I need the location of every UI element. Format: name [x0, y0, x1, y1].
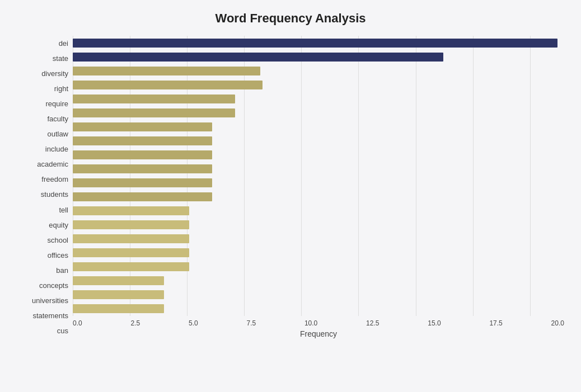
- bar: [73, 122, 212, 131]
- y-label: require: [46, 98, 68, 110]
- bar-row: [73, 303, 564, 315]
- x-tick: 5.0: [189, 319, 198, 327]
- bar: [73, 164, 212, 173]
- bar-row: [73, 247, 564, 259]
- bar: [73, 220, 189, 229]
- bar-row: [73, 107, 564, 119]
- bar: [73, 67, 260, 75]
- y-label: offices: [48, 249, 68, 261]
- bar: [73, 192, 212, 201]
- y-label: state: [53, 53, 68, 65]
- bottom-section: 0.02.55.07.510.012.515.017.520.0 Frequen…: [73, 316, 564, 338]
- y-label: academic: [37, 158, 68, 171]
- chart-area: deistatediversityrightrequirefacultyoutl…: [17, 36, 564, 338]
- y-label: ban: [56, 264, 68, 276]
- y-label: cus: [57, 324, 68, 337]
- bar-row: [73, 205, 564, 217]
- bar-row: [73, 163, 564, 175]
- y-label: dei: [59, 37, 68, 50]
- bars-list: [73, 36, 564, 316]
- y-label: include: [45, 143, 68, 155]
- y-label: diversity: [41, 68, 68, 80]
- chart-title: Word Frequency Analysis: [17, 11, 564, 26]
- y-label: right: [54, 83, 68, 95]
- bar-row: [73, 191, 564, 203]
- y-label: students: [41, 188, 68, 201]
- x-tick: 10.0: [304, 319, 317, 327]
- bar: [73, 95, 235, 103]
- bar: [73, 108, 235, 117]
- bar: [73, 53, 443, 62]
- bar: [73, 248, 189, 257]
- x-tick: 20.0: [551, 319, 564, 327]
- bar: [73, 136, 212, 145]
- y-label: faculty: [47, 113, 68, 125]
- y-label: equity: [49, 219, 68, 231]
- x-tick: 12.5: [366, 319, 379, 327]
- y-label: school: [47, 234, 68, 246]
- chart-container: Word Frequency Analysis deistatediversit…: [0, 0, 581, 392]
- bar: [73, 276, 164, 285]
- bar: [73, 290, 164, 299]
- bar-row: [73, 135, 564, 147]
- bar: [73, 262, 189, 271]
- bar: [73, 81, 263, 89]
- y-axis: deistatediversityrightrequirefacultyoutl…: [17, 36, 73, 338]
- x-tick: 7.5: [246, 319, 256, 327]
- bar-row: [73, 121, 564, 133]
- x-axis: 0.02.55.07.510.012.515.017.520.0: [73, 319, 564, 327]
- bar-row: [73, 275, 564, 287]
- bar-row: [73, 261, 564, 273]
- y-label: tell: [59, 204, 68, 216]
- y-label: statements: [32, 309, 68, 322]
- x-tick: 15.0: [428, 319, 441, 327]
- x-tick: 0.0: [73, 319, 82, 327]
- y-label: universities: [32, 294, 68, 306]
- bar-row: [73, 233, 564, 245]
- y-label: outlaw: [47, 128, 68, 140]
- bar-row: [73, 149, 564, 161]
- bars-and-grid: 0.02.55.07.510.012.515.017.520.0 Frequen…: [73, 36, 564, 338]
- bar-row: [73, 37, 564, 49]
- bar-row: [73, 177, 564, 189]
- bar: [73, 39, 557, 48]
- x-tick: 2.5: [130, 319, 140, 327]
- x-tick: 17.5: [489, 319, 502, 327]
- y-label: freedom: [41, 173, 68, 186]
- x-axis-label: Frequency: [73, 329, 564, 338]
- bar: [73, 178, 212, 187]
- bar-row: [73, 51, 564, 63]
- bar-row: [73, 219, 564, 231]
- bar: [73, 150, 212, 159]
- grid-and-bars: [73, 36, 564, 316]
- bar-row: [73, 289, 564, 301]
- bar-row: [73, 79, 564, 91]
- bar: [73, 206, 189, 215]
- bar: [73, 304, 164, 313]
- y-label: concepts: [39, 279, 68, 291]
- bar-row: [73, 65, 564, 77]
- bar-row: [73, 93, 564, 105]
- bar: [73, 234, 189, 243]
